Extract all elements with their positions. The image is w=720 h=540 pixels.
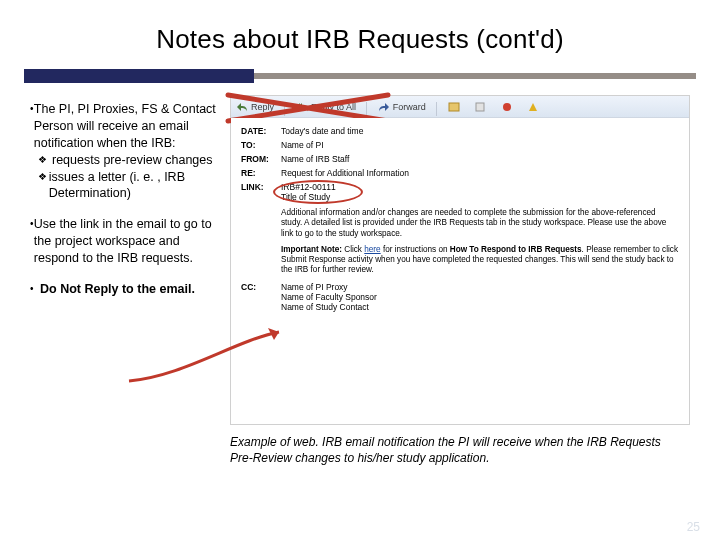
figure-caption: Example of web. IRB email notification t… — [230, 435, 690, 466]
row-date: DATE: Today's date and time — [241, 126, 679, 136]
link-line2: Title of Study — [281, 192, 330, 202]
toolbar-more-2[interactable] — [469, 97, 491, 117]
cc-label: CC: — [241, 282, 281, 312]
bullet-1: • The PI, PI Proxies, FS & Contact Perso… — [30, 101, 220, 152]
link-line1[interactable]: IRB#12-00111 — [281, 182, 336, 192]
toolbar-more-3[interactable] — [496, 97, 518, 117]
forward-label: Forward — [393, 102, 426, 112]
reply-label: Reply — [251, 102, 274, 112]
svg-rect-0 — [449, 103, 459, 111]
sub1-text: requests pre-review changes — [52, 152, 213, 169]
from-value: Name of IRB Staff — [281, 154, 679, 164]
imp-click: Click — [342, 245, 364, 254]
imp-here-link[interactable]: here — [364, 245, 380, 254]
to-label: TO: — [241, 140, 281, 150]
icon-generic — [527, 101, 539, 113]
bullet-3-text: Do Not Reply to the email. — [40, 281, 195, 298]
svg-point-2 — [503, 103, 511, 111]
row-re: RE: Request for Additional Information — [241, 168, 679, 178]
toolbar-more-1[interactable] — [443, 97, 465, 117]
icon-generic — [448, 101, 460, 113]
imp-lead: Important Note: — [281, 245, 342, 254]
reply-icon — [236, 101, 248, 113]
to-value: Name of PI — [281, 140, 679, 150]
link-value: IRB#12-00111 Title of Study — [281, 182, 679, 202]
important-note: Important Note: Click here for instructi… — [281, 245, 679, 276]
date-value: Today's date and time — [281, 126, 679, 136]
reply-all-button[interactable]: Reply to All — [291, 97, 361, 117]
page-number: 25 — [687, 520, 700, 534]
sub2-text: issues a letter (i. e. , IRB Determinati… — [49, 169, 220, 203]
diamond-icon: ❖ — [38, 169, 49, 203]
bullet-3: • Do Not Reply to the email. — [30, 281, 220, 298]
row-cc: CC: Name of PI Proxy Name of Faculty Spo… — [241, 282, 679, 312]
imp-howto: How To Respond to IRB Requests — [450, 245, 582, 254]
toolbar-sep — [284, 102, 285, 116]
sub-bullet-2: ❖ issues a letter (i. e. , IRB Determina… — [38, 169, 220, 203]
cc-values: Name of PI Proxy Name of Faculty Sponsor… — [281, 282, 679, 312]
sub-bullet-1: ❖ requests pre-review changes — [38, 152, 220, 169]
right-column: Reply Reply to All Forward — [230, 95, 690, 466]
reply-all-label: Reply to All — [311, 102, 356, 112]
bar-navy — [24, 69, 254, 83]
toolbar-sep — [436, 102, 437, 116]
bullet-2-text: Use the link in the email to go to the p… — [34, 216, 220, 267]
row-link: LINK: IRB#12-00111 Title of Study — [241, 182, 679, 202]
slide: Notes about IRB Requests (cont'd) • The … — [0, 0, 720, 540]
cc-1: Name of PI Proxy — [281, 282, 679, 292]
page-title: Notes about IRB Requests (cont'd) — [30, 24, 690, 55]
email-toolbar: Reply Reply to All Forward — [231, 96, 689, 118]
toolbar-more-4[interactable] — [522, 97, 544, 117]
bullet-block-3: • Do Not Reply to the email. — [30, 281, 220, 298]
columns: • The PI, PI Proxies, FS & Contact Perso… — [30, 95, 690, 466]
re-label: RE: — [241, 168, 281, 178]
bullet-dot-icon: • — [30, 281, 40, 298]
imp-mid: for instructions on — [381, 245, 450, 254]
reply-all-icon — [296, 101, 308, 113]
bullet-1-text: The PI, PI Proxies, FS & Contact Person … — [34, 101, 220, 152]
forward-button[interactable]: Forward — [373, 97, 431, 117]
row-from: FROM: Name of IRB Staff — [241, 154, 679, 164]
cc-3: Name of Study Contact — [281, 302, 679, 312]
bullet-2: • Use the link in the email to go to the… — [30, 216, 220, 267]
email-body: DATE: Today's date and time TO: Name of … — [231, 118, 689, 424]
email-paragraph-1: Additional information and/or changes ar… — [281, 208, 679, 239]
email-preview: Reply Reply to All Forward — [230, 95, 690, 425]
date-label: DATE: — [241, 126, 281, 136]
diamond-icon: ❖ — [38, 152, 52, 169]
link-label: LINK: — [241, 182, 281, 202]
re-value: Request for Additional Information — [281, 168, 679, 178]
bullet-block-1: • The PI, PI Proxies, FS & Contact Perso… — [30, 101, 220, 202]
bullet-block-2: • Use the link in the email to go to the… — [30, 216, 220, 267]
cc-2: Name of Faculty Sponsor — [281, 292, 679, 302]
divider-bar — [30, 69, 690, 83]
from-label: FROM: — [241, 154, 281, 164]
reply-button[interactable]: Reply — [231, 97, 279, 117]
icon-generic — [474, 101, 486, 113]
svg-rect-1 — [476, 103, 484, 111]
left-column: • The PI, PI Proxies, FS & Contact Perso… — [30, 95, 220, 466]
forward-icon — [378, 101, 390, 113]
icon-generic — [501, 101, 513, 113]
row-to: TO: Name of PI — [241, 140, 679, 150]
toolbar-sep — [366, 102, 367, 116]
